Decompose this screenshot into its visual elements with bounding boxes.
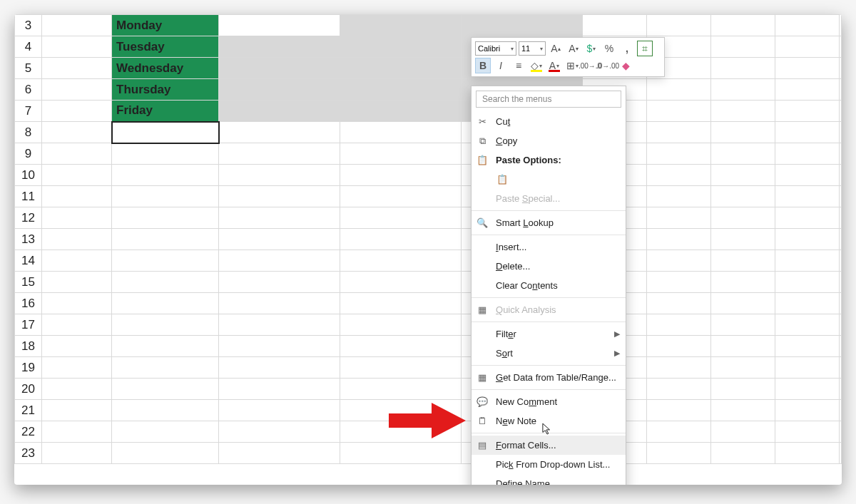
row-header[interactable]: 15 (15, 272, 42, 293)
font-color-button[interactable]: A▾ (546, 58, 562, 73)
menu-get-data[interactable]: ▦ Get Data from Table/Range... (472, 368, 626, 387)
row-header[interactable]: 11 (15, 186, 42, 207)
row-header[interactable]: 20 (15, 379, 42, 400)
menu-paste-special: Paste Special... (472, 189, 626, 208)
search-icon: 🔍 (476, 217, 489, 230)
selected-cell[interactable] (340, 79, 462, 101)
borders-button[interactable]: ⊞▾ (564, 58, 580, 73)
clear-format-button[interactable]: ◆ (618, 58, 633, 73)
cell[interactable] (112, 122, 219, 143)
worksheet-grid[interactable]: 3 Monday 4 Tuesday 5 (14, 14, 842, 485)
table-row: 4 Tuesday (15, 36, 842, 58)
day-header-cell[interactable]: Thursday (112, 79, 219, 101)
row-header[interactable]: 23 (15, 443, 42, 464)
selected-cell[interactable] (219, 36, 340, 58)
day-header-cell[interactable]: Monday (112, 15, 219, 36)
menu-search-input[interactable]: Search the menus (476, 91, 621, 108)
table-row: 8 (15, 122, 842, 143)
increase-decimal-button[interactable]: .0→.00 (600, 58, 616, 73)
chevron-right-icon: ▶ (614, 349, 620, 358)
menu-new-comment[interactable]: 💬 New Comment (472, 392, 626, 411)
menu-clear-contents[interactable]: Clear Contents (472, 276, 626, 295)
table-row: 7 Friday (15, 101, 842, 122)
menu-format-cells[interactable]: ▤ Format Cells... (472, 436, 626, 455)
fill-color-button[interactable]: ◇▾ (529, 58, 544, 73)
menu-smart-lookup[interactable]: 🔍 Smart Lookup (472, 213, 626, 232)
row-header[interactable]: 16 (15, 293, 42, 314)
menu-insert[interactable]: Insert... (472, 237, 626, 257)
context-menu: Search the menus ✂ Cut ⧉ Copy 📋 Paste Op… (471, 86, 626, 485)
menu-pick-from-list[interactable]: Pick From Drop-down List... (472, 455, 626, 474)
row-header[interactable]: 22 (15, 421, 42, 443)
menu-paste-options-header: 📋 Paste Options: (472, 150, 626, 170)
selected-cell[interactable] (219, 79, 340, 101)
cut-icon: ✂ (476, 115, 489, 128)
accounting-format-button[interactable]: $▾ (584, 41, 599, 56)
menu-delete[interactable]: Delete... (472, 257, 626, 276)
menu-quick-analysis: ▦ Quick Analysis (472, 300, 626, 319)
row-header[interactable]: 9 (15, 143, 42, 165)
selected-cell[interactable] (219, 101, 340, 122)
menu-copy[interactable]: ⧉ Copy (472, 131, 626, 150)
cell[interactable] (42, 15, 112, 36)
row-header[interactable]: 19 (15, 357, 42, 379)
align-button[interactable]: ≡ (511, 58, 526, 73)
decrease-decimal-button[interactable]: .00→.0 (582, 58, 598, 73)
format-painter-button[interactable]: ⌗ (637, 41, 653, 56)
quick-analysis-icon: ▦ (476, 304, 489, 317)
row-header[interactable]: 7 (15, 101, 42, 122)
selected-cell[interactable] (462, 15, 583, 36)
row-header[interactable]: 12 (15, 207, 42, 229)
increase-font-button[interactable]: A▴ (548, 41, 564, 56)
format-cells-icon: ▤ (476, 439, 489, 452)
row-header[interactable]: 5 (15, 58, 42, 79)
decrease-font-button[interactable]: A▾ (566, 41, 581, 56)
menu-paste-icon-row: 📋 (472, 170, 626, 189)
note-icon: 🗒 (476, 415, 489, 428)
italic-button[interactable]: I (493, 58, 509, 73)
spreadsheet-window: 3 Monday 4 Tuesday 5 (14, 14, 842, 485)
comma-format-button[interactable]: , (619, 41, 635, 56)
day-header-cell[interactable]: Tuesday (112, 36, 219, 58)
cell[interactable] (219, 15, 340, 36)
comment-icon: 💬 (476, 396, 489, 408)
row-header[interactable]: 18 (15, 336, 42, 357)
font-size-selector[interactable]: 11▾ (519, 41, 546, 56)
day-header-cell[interactable]: Wednesday (112, 58, 219, 79)
selected-cell[interactable] (340, 58, 462, 79)
table-row: 3 Monday (15, 15, 842, 36)
row-header[interactable]: 3 (15, 15, 42, 36)
selected-cell[interactable] (340, 101, 462, 122)
menu-cut[interactable]: ✂ Cut (472, 112, 626, 131)
paste-icon: 📋 (476, 154, 489, 167)
mini-toolbar: Calibri▾ 11▾ A▴ A▾ $▾ % , ⌗ B I ≡ ◇▾ A▾ … (471, 37, 665, 77)
bold-button[interactable]: B (475, 58, 491, 73)
row-header[interactable]: 14 (15, 250, 42, 272)
row-header[interactable]: 8 (15, 122, 42, 143)
selected-cell[interactable] (340, 36, 462, 58)
table-row: 6 Thursday (15, 79, 842, 101)
selected-cell[interactable] (340, 15, 462, 36)
chevron-right-icon: ▶ (614, 329, 620, 339)
selected-cell[interactable] (219, 58, 340, 79)
row-header[interactable]: 4 (15, 36, 42, 58)
copy-icon: ⧉ (476, 135, 489, 148)
row-header[interactable]: 10 (15, 165, 42, 186)
table-row: 5 Wednesday (15, 58, 842, 79)
row-header[interactable]: 13 (15, 229, 42, 250)
paste-default-icon[interactable]: 📋 (496, 173, 509, 186)
table-icon: ▦ (476, 371, 489, 384)
font-selector[interactable]: Calibri▾ (475, 41, 516, 56)
day-header-cell[interactable]: Friday (112, 101, 219, 122)
menu-new-note[interactable]: 🗒 New Note (472, 411, 626, 431)
row-header[interactable]: 21 (15, 400, 42, 421)
menu-sort[interactable]: Sort ▶ (472, 344, 626, 363)
menu-filter[interactable]: Filter ▶ (472, 324, 626, 344)
row-header[interactable]: 6 (15, 79, 42, 101)
menu-define-name[interactable]: Define Name... (472, 474, 626, 485)
row-header[interactable]: 17 (15, 314, 42, 336)
percent-format-button[interactable]: % (601, 41, 617, 56)
